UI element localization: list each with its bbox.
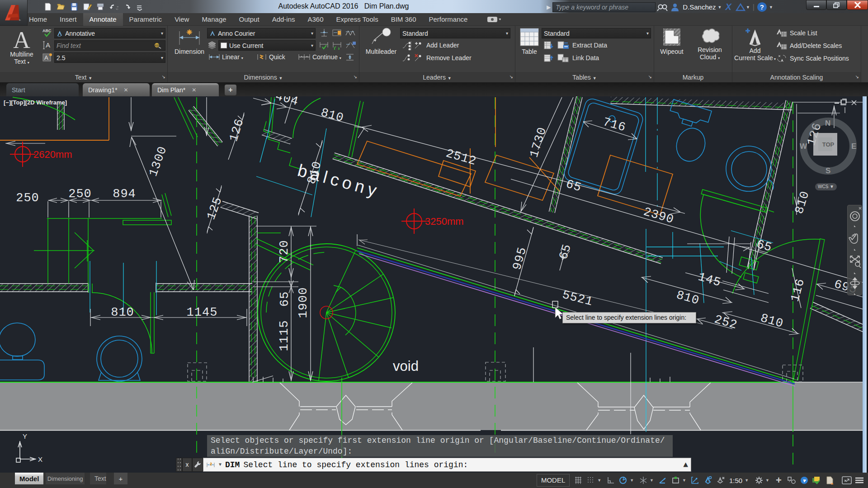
svg-text:1115: 1115 xyxy=(278,320,291,351)
svg-text:5521: 5521 xyxy=(561,288,594,309)
svg-text:2620mm: 2620mm xyxy=(33,149,72,160)
svg-text:A: A xyxy=(46,41,50,49)
svg-text:2512: 2512 xyxy=(444,147,478,168)
svg-text:E: E xyxy=(851,142,856,151)
svg-text:810: 810 xyxy=(319,106,345,125)
svg-text:810: 810 xyxy=(675,288,701,308)
svg-text:!: ! xyxy=(831,482,832,485)
svg-text:X: X xyxy=(38,455,42,463)
svg-text:720: 720 xyxy=(278,240,291,263)
svg-text:TOP: TOP xyxy=(822,141,835,148)
svg-text:W: W xyxy=(800,142,807,151)
svg-text:Y: Y xyxy=(23,432,27,440)
svg-text:810: 810 xyxy=(793,190,812,216)
svg-text:116: 116 xyxy=(788,277,807,303)
svg-text:AB: AB xyxy=(154,44,159,47)
svg-text:A: A xyxy=(44,54,48,61)
svg-text:65: 65 xyxy=(557,242,575,261)
svg-text:1145: 1145 xyxy=(187,306,218,319)
svg-text:3250mm: 3250mm xyxy=(425,216,464,227)
svg-text:404: 404 xyxy=(274,96,300,109)
svg-text:1730: 1730 xyxy=(528,125,550,159)
svg-text:716: 716 xyxy=(601,115,627,135)
svg-text:65: 65 xyxy=(278,291,292,307)
svg-text:810: 810 xyxy=(111,306,134,319)
svg-text:250: 250 xyxy=(16,191,39,205)
svg-text:995: 995 xyxy=(510,246,529,272)
svg-text:125: 125 xyxy=(204,195,225,222)
svg-text:810: 810 xyxy=(759,311,785,331)
svg-text:void: void xyxy=(393,358,419,374)
svg-text:N: N xyxy=(825,119,830,128)
svg-text:2390: 2390 xyxy=(642,205,675,227)
svg-text:S: S xyxy=(826,166,830,175)
svg-text:894: 894 xyxy=(113,187,136,201)
svg-text:126: 126 xyxy=(227,117,247,143)
svg-text:1900: 1900 xyxy=(297,287,310,318)
svg-text:1300: 1300 xyxy=(146,144,170,178)
svg-text:252: 252 xyxy=(713,313,739,332)
svg-text:250: 250 xyxy=(68,187,92,201)
svg-text:145: 145 xyxy=(697,270,723,289)
